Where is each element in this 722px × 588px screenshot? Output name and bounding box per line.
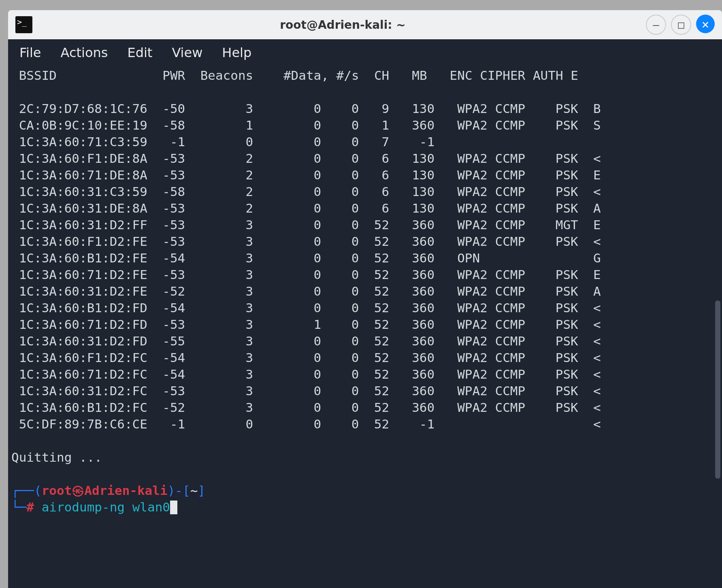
prompt-line-1: ┌──(root㉿Adrien-kali)-[~] xyxy=(11,483,205,498)
menu-view[interactable]: View xyxy=(172,45,202,60)
menu-file[interactable]: File xyxy=(19,45,41,60)
close-button[interactable]: ✕ xyxy=(696,15,715,33)
column-headers: BSSID PWR Beacons #Data, #/s CH MB ENC C… xyxy=(11,68,578,83)
airodump-rows: 2C:79:D7:68:1C:76 -50 3 0 0 9 130 WPA2 C… xyxy=(11,101,601,431)
menu-edit[interactable]: Edit xyxy=(127,45,152,60)
cursor-block xyxy=(170,501,177,514)
menubar: File Actions Edit View Help xyxy=(8,39,722,66)
typed-command: airodump-ng wlan0 xyxy=(42,500,170,514)
quitting-text: Quitting ... xyxy=(11,450,102,464)
prompt-line-2[interactable]: └─# airodump-ng wlan0 xyxy=(11,500,177,514)
terminal-area[interactable]: BSSID PWR Beacons #Data, #/s CH MB ENC C… xyxy=(8,66,722,588)
terminal-scrollbar[interactable] xyxy=(715,300,720,479)
menu-actions[interactable]: Actions xyxy=(61,45,108,60)
window-titlebar: >_ root@Adrien-kali: ~ – □ ✕ xyxy=(8,10,722,40)
window-title: root@Adrien-kali: ~ xyxy=(40,18,646,32)
terminal-icon: >_ xyxy=(15,16,32,33)
menu-help[interactable]: Help xyxy=(222,45,251,60)
window-buttons: – □ ✕ xyxy=(646,15,715,35)
minimize-button[interactable]: – xyxy=(646,15,666,35)
maximize-button[interactable]: □ xyxy=(671,15,691,35)
